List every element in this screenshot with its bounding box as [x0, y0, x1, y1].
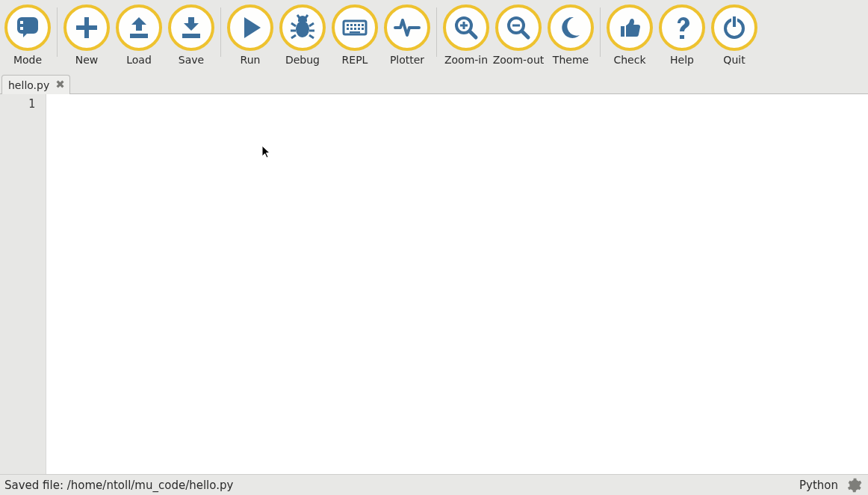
zoom-out-icon [495, 4, 542, 51]
theme-button[interactable]: Theme [545, 3, 597, 66]
toolbar-button-label: New [75, 54, 99, 66]
line-number-gutter: 1 [0, 94, 46, 474]
toolbar: ModeNewLoadSaveRunDebugREPLPlotterZoom-i… [0, 0, 868, 73]
toolbar-button-label: Zoom-in [444, 54, 488, 66]
toolbar-button-label: Save [179, 54, 204, 66]
keyboard-icon [332, 4, 378, 51]
mouse-cursor-icon [261, 145, 272, 160]
toolbar-button-label: REPL [342, 54, 368, 66]
question-icon [659, 4, 705, 51]
toolbar-button-label: Quit [723, 54, 745, 66]
moon-icon [548, 4, 594, 51]
play-icon [227, 4, 273, 51]
thumb-icon [607, 4, 653, 51]
download-icon [168, 4, 214, 51]
help-button[interactable]: Help [656, 3, 708, 66]
run-button[interactable]: Run [224, 3, 276, 66]
toolbar-button-label: Mode [13, 54, 42, 66]
upload-icon [116, 4, 162, 51]
toolbar-separator [57, 7, 58, 57]
toolbar-button-label: Zoom-out [493, 54, 545, 66]
new-button[interactable]: New [61, 3, 113, 66]
mode-button[interactable]: Mode [1, 3, 54, 66]
pulse-icon [384, 4, 430, 51]
check-button[interactable]: Check [604, 3, 656, 66]
code-editor[interactable] [46, 94, 868, 474]
toolbar-separator [436, 7, 437, 57]
load-button[interactable]: Load [113, 3, 165, 66]
tab-label: hello.py [8, 79, 49, 91]
mode-icon [4, 4, 51, 51]
toolbar-button-label: Run [241, 54, 261, 66]
debug-button[interactable]: Debug [276, 3, 329, 66]
close-tab-icon[interactable]: ✖ [55, 79, 65, 90]
power-icon [711, 4, 757, 51]
save-button[interactable]: Save [165, 3, 217, 66]
settings-gear-icon[interactable] [846, 477, 862, 494]
status-language: Python [799, 479, 838, 492]
toolbar-button-label: Debug [285, 54, 320, 66]
tab-bar: hello.py ✖ [0, 73, 868, 94]
tab-hello-py[interactable]: hello.py ✖ [1, 75, 70, 94]
toolbar-button-label: Plotter [390, 54, 424, 66]
bug-icon [279, 4, 326, 51]
status-bar: Saved file: /home/ntoll/mu_code/hello.py… [0, 474, 868, 495]
editor-area: 1 [0, 94, 868, 474]
plus-icon [63, 4, 110, 51]
plotter-button[interactable]: Plotter [381, 3, 433, 66]
toolbar-separator [600, 7, 601, 57]
toolbar-button-label: Help [670, 54, 694, 66]
zoom-out-button[interactable]: Zoom-out [492, 3, 545, 66]
repl-button[interactable]: REPL [329, 3, 381, 66]
toolbar-button-label: Load [126, 54, 152, 66]
zoom-in-icon [443, 4, 489, 51]
quit-button[interactable]: Quit [708, 3, 760, 66]
line-number: 1 [0, 96, 46, 111]
toolbar-button-label: Theme [553, 54, 589, 66]
status-message: Saved file: /home/ntoll/mu_code/hello.py [4, 479, 233, 492]
zoom-in-button[interactable]: Zoom-in [440, 3, 492, 66]
toolbar-button-label: Check [613, 54, 645, 66]
toolbar-separator [220, 7, 221, 57]
